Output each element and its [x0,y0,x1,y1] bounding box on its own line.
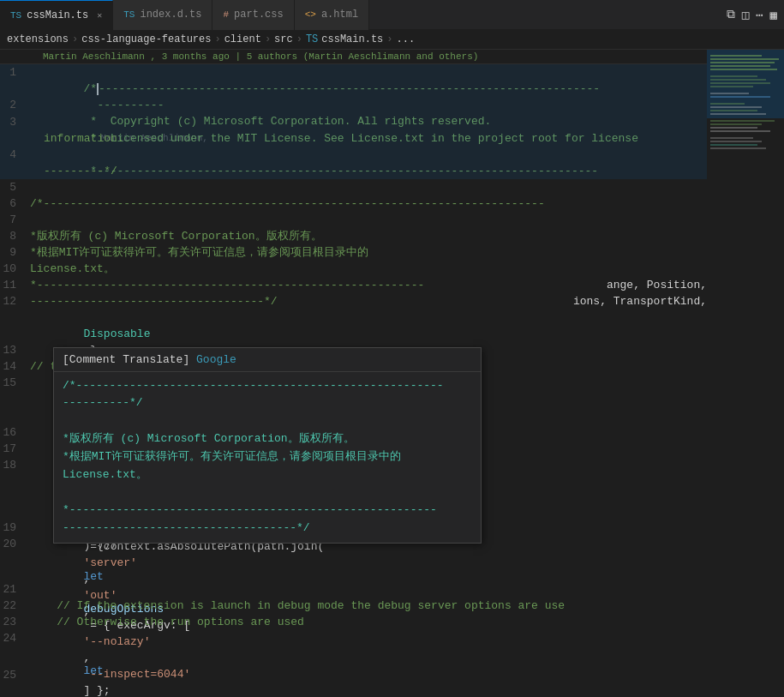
code-line-11: 11 *------------------------------------… [0,277,707,293]
line-num-13: 13 [0,342,30,358]
popup-line-6: License.txt。 [63,466,472,484]
svg-rect-5 [710,65,770,67]
line-num-20: 20 [0,536,30,552]
line-content-5 [30,179,707,195]
svg-rect-21 [710,137,753,139]
more-actions-icon[interactable]: ⋯ [756,8,763,22]
tab-css-icon: # [223,9,229,20]
blame-author: Martin Aeschlimann [43,51,145,62]
svg-rect-20 [710,130,770,132]
svg-rect-0 [707,50,784,696]
line-num-11: 11 [0,277,30,293]
code-line-24: 24 let serverOptions : ServerOptions = { [0,630,707,667]
code-line-disposable: _ Disposable } from 'vscode-languageclie… [0,309,707,343]
code-line-4: 4 *-------------------------------------… [0,147,707,163]
minimap-svg [707,50,784,696]
code-line-23: 23 // Otherwise the run options are used [0,614,707,630]
line-content-10: License.txt。 [30,261,707,277]
svg-rect-11 [710,93,749,94]
code-line-3: 3 * Licensed under the MIT License. See … [0,114,707,130]
popup-line-1: /*--------------------------------------… [63,377,472,395]
svg-rect-17 [710,120,775,122]
line-content-6: /*--------------------------------------… [30,195,707,212]
code-area: Martin Aeschlimann , 3 months ago | 5 au… [0,50,707,696]
svg-rect-23 [710,144,757,146]
svg-rect-10 [710,86,753,87]
line-num-9: 9 [0,244,30,261]
svg-rect-18 [710,123,762,125]
svg-rect-13 [710,103,745,105]
breadcrumb-ts-icon: TS [306,33,318,45]
breadcrumb-sep1: › [72,33,78,45]
svg-rect-4 [710,62,775,63]
popup-line-8: *---------------------------------------… [63,502,472,520]
breadcrumb-extensions[interactable]: extensions [7,33,69,45]
line-content-8: *版权所有 (c) Microsoft Corporation。版权所有。 [30,228,707,244]
breadcrumb-filename[interactable]: cssMain.ts [321,33,383,45]
tab-bar-icons: ⧉ ◫ ⋯ ▦ [727,8,784,22]
popup-body: /*--------------------------------------… [54,372,481,543]
hover-popup: [Comment Translate] Google /*-----------… [53,347,482,544]
line-content-9: *根据MIT许可证获得许可。有关许可证信息，请参阅项目根目录中的 [30,244,707,261]
breadcrumb-more[interactable]: ... [397,33,416,45]
tab-ahtml[interactable]: <> a.html [295,0,369,30]
svg-rect-24 [710,147,766,149]
line-num-10: 10 [0,261,30,277]
editor-container: Martin Aeschlimann , 3 months ago | 5 au… [0,50,784,696]
line-content-3b: information. [44,130,707,147]
tab-bar: TS cssMain.ts ✕ TS index.d.ts # part.css… [0,0,784,30]
svg-rect-7 [710,75,757,77]
code-line-21: 21 [0,581,707,598]
tab-partcss[interactable]: # part.css [212,0,294,30]
popup-line-2: ----------*/ [63,394,472,412]
popup-container: 5 [Comment Translate] Google /*---------… [0,179,707,309]
line-num-14: 14 [0,358,30,375]
breadcrumb-src[interactable]: src [274,33,293,45]
line-num-24: 24 [0,630,30,646]
layout-icon[interactable]: ▦ [770,8,777,22]
token [83,685,136,696]
popup-line-7 [63,484,472,502]
line-num-12: 12 [0,293,30,309]
toggle-panel-icon[interactable]: ◫ [742,8,749,22]
tab-indexd[interactable]: TS index.d.ts [113,0,212,30]
line-content-4b: ---------*/ [44,163,707,179]
line-num-5: 5 [0,179,30,195]
svg-rect-12 [710,96,770,98]
popup-line-5: *根据MIT许可证获得许可。有关许可证信息，请参阅项目根目录中的 [63,448,472,466]
line-content-7 [30,212,707,228]
popup-header-text: [Comment Translate] [63,353,189,366]
popup-line-3 [63,412,472,430]
popup-header: [Comment Translate] Google [54,348,481,372]
breadcrumb-css-language[interactable]: css-language-features [81,33,211,45]
svg-rect-6 [710,69,777,70]
tab-cssMain[interactable]: TS cssMain.ts ✕ [0,0,113,30]
breadcrumb-sep2: › [214,33,220,45]
svg-rect-14 [710,106,762,108]
svg-rect-9 [710,82,770,84]
token: ions, TransportKind, [560,293,707,309]
line-num-15: 15 [0,375,30,391]
tab-ts-icon: TS [10,10,21,21]
line-num-6: 6 [0,195,30,212]
tab-close-cssMain[interactable]: ✕ [97,10,102,21]
line-num-8: 8 [0,228,30,244]
breadcrumb-sep5: › [386,33,392,45]
line-num-7: 7 [0,212,30,228]
line-num-22: 22 [0,598,30,614]
code-line-22: 22 // If the extension is launch in debu… [0,598,707,614]
code-line-3b: information. [0,130,707,147]
svg-rect-19 [710,127,757,129]
popup-line-9: -----------------------------------*/ [63,520,472,538]
code-line-5: 5 [0,179,707,195]
split-editor-icon[interactable]: ⧉ [727,8,735,22]
line-num-16: 16 [0,424,30,441]
line-num-21: 21 [0,581,30,598]
breadcrumb-client[interactable]: client [224,33,261,45]
code-line-12: 12 -----------------------------------*/… [0,293,707,309]
popup-translate-link[interactable]: Google [196,353,236,366]
code-line-9: 9 *根据MIT许可证获得许可。有关许可证信息，请参阅项目根目录中的 [0,244,707,261]
line-num-1: 1 [0,64,30,81]
code-line-1: 1 /*------------------------------------… [0,64,707,81]
code-line-25: 25 run : { module: serverModule , transp… [0,667,707,696]
